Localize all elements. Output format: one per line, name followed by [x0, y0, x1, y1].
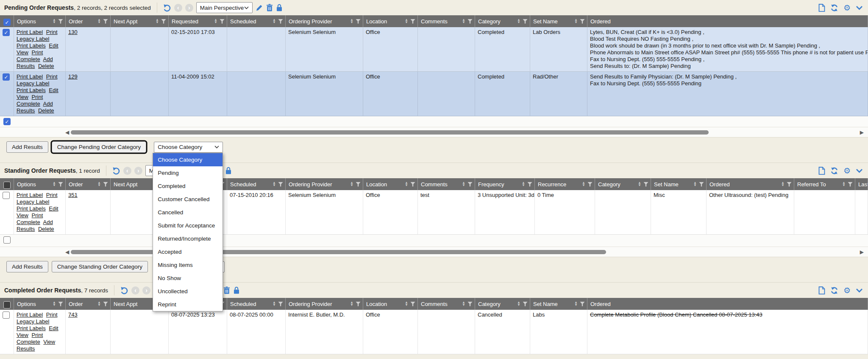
order-number-link[interactable]: 129 [68, 73, 78, 80]
filter-funnel-icon[interactable] [848, 182, 853, 187]
dropdown-option-choose-category[interactable]: Choose Category [153, 153, 223, 166]
sort-icons[interactable]: ▲▼ [53, 182, 56, 187]
select-all-checkbox[interactable] [3, 182, 11, 189]
sort-icons[interactable]: ▲▼ [574, 301, 578, 306]
back-icon[interactable]: ‹ [131, 286, 139, 294]
dropdown-option-accepted[interactable]: Accepted [153, 245, 223, 258]
sort-icons[interactable]: ▲▼ [842, 182, 846, 187]
refresh-sync-icon[interactable] [830, 286, 838, 294]
new-document-icon[interactable] [818, 4, 825, 12]
filter-funnel-icon[interactable] [410, 182, 415, 187]
option-link-print-label[interactable]: Print Label [17, 311, 43, 318]
sort-icons[interactable]: ▲▼ [405, 301, 408, 306]
option-link-delete[interactable]: Delete [38, 107, 54, 114]
filter-funnel-icon[interactable] [103, 182, 108, 187]
category-select[interactable]: Choose Category [154, 142, 223, 153]
filter-funnel-icon[interactable] [699, 182, 704, 187]
dropdown-option-missing-items[interactable]: Missing Items [153, 258, 223, 272]
option-link-complete[interactable]: Complete [17, 56, 40, 62]
filter-funnel-icon[interactable] [220, 19, 225, 24]
collapse-chevron-icon[interactable] [856, 288, 863, 293]
filter-funnel-icon[interactable] [58, 19, 63, 24]
row-checkbox[interactable] [3, 311, 10, 319]
option-link-edit[interactable]: Edit [49, 42, 58, 49]
sort-icons[interactable]: ▲▼ [350, 19, 353, 24]
dropdown-option-submit-for-acceptance[interactable]: Submit for Acceptance [153, 219, 223, 232]
scroll-right-arrow[interactable]: ▶ [858, 250, 865, 255]
forward-icon[interactable]: › [134, 167, 142, 175]
option-link-print-labels[interactable]: Print Labels [17, 42, 46, 49]
filter-funnel-icon[interactable] [103, 302, 108, 306]
scrollbar-track[interactable] [71, 130, 858, 135]
option-link-print[interactable]: Print [32, 212, 43, 219]
filter-funnel-icon[interactable] [580, 302, 585, 306]
scroll-right-arrow[interactable]: ▶ [858, 130, 865, 135]
dropdown-option-returned-incomplete[interactable]: Returned/Incomplete [153, 232, 223, 245]
sort-icons[interactable]: ▲▼ [350, 301, 353, 306]
filter-funnel-icon[interactable] [467, 302, 473, 306]
dropdown-option-pending[interactable]: Pending [153, 166, 223, 180]
select-all-checkbox[interactable] [3, 301, 11, 309]
new-row-checkbox[interactable]: ✓ [3, 118, 11, 125]
option-link-complete[interactable]: Complete [17, 101, 40, 107]
row-checkbox[interactable]: ✓ [3, 73, 10, 81]
dropdown-option-customer-cancelled[interactable]: Customer Cancelled [153, 193, 223, 206]
select-all-checkbox[interactable]: ✓ [3, 19, 11, 26]
trash-icon[interactable] [223, 286, 230, 294]
dropdown-option-completed[interactable]: Completed [153, 180, 223, 193]
dropdown-option-cancelled[interactable]: Cancelled [153, 206, 223, 219]
order-number-link[interactable]: 351 [68, 192, 78, 198]
sort-icons[interactable]: ▲▼ [214, 19, 217, 24]
row-checkbox[interactable]: ✓ [3, 29, 10, 36]
sort-icons[interactable]: ▲▼ [273, 19, 276, 24]
refresh-sync-icon[interactable] [830, 167, 838, 175]
new-document-icon[interactable] [818, 167, 825, 175]
filter-funnel-icon[interactable] [58, 302, 63, 306]
sort-icons[interactable]: ▲▼ [53, 19, 56, 24]
lock-icon[interactable] [225, 167, 232, 174]
row-checkbox[interactable] [3, 192, 10, 199]
option-link-print-label[interactable]: Print Label [17, 73, 43, 80]
sort-icons[interactable]: ▲▼ [53, 301, 56, 306]
forward-icon[interactable]: › [142, 286, 150, 294]
filter-funnel-icon[interactable] [278, 182, 283, 187]
dropdown-option-uncollected[interactable]: Uncollected [153, 285, 223, 298]
sort-icons[interactable]: ▲▼ [462, 182, 465, 187]
option-link-print-labels[interactable]: Print Labels [17, 205, 46, 212]
filter-funnel-icon[interactable] [467, 182, 473, 187]
filter-funnel-icon[interactable] [787, 182, 792, 187]
change-standing-category-button[interactable]: Change Standing Order Category [52, 261, 148, 272]
sort-icons[interactable]: ▲▼ [582, 182, 585, 187]
collapse-chevron-icon[interactable] [856, 168, 863, 173]
sort-icons[interactable]: ▲▼ [273, 301, 276, 306]
filter-funnel-icon[interactable] [467, 19, 473, 24]
add-results-button[interactable]: Add Results [6, 141, 48, 153]
sort-icons[interactable]: ▲▼ [156, 19, 159, 24]
option-link-print[interactable]: Print [32, 94, 43, 100]
scrollbar-thumb[interactable] [71, 130, 709, 135]
new-row-checkbox[interactable] [3, 236, 11, 244]
order-number-link[interactable]: 130 [68, 29, 78, 35]
filter-funnel-icon[interactable] [643, 182, 648, 187]
filter-funnel-icon[interactable] [356, 19, 361, 24]
scrollbar-thumb[interactable] [71, 250, 606, 254]
sort-icons[interactable]: ▲▼ [517, 301, 520, 306]
option-link-edit[interactable]: Edit [49, 325, 58, 331]
option-link-print-label[interactable]: Print Label [17, 29, 43, 35]
trash-icon[interactable] [266, 4, 273, 11]
refresh-undo-icon[interactable] [112, 167, 120, 175]
option-link-print-labels[interactable]: Print Labels [17, 87, 46, 93]
back-icon[interactable]: ‹ [123, 167, 131, 175]
filter-funnel-icon[interactable] [356, 302, 361, 306]
sort-icons[interactable]: ▲▼ [97, 182, 101, 187]
filter-funnel-icon[interactable] [278, 302, 283, 306]
filter-funnel-icon[interactable] [103, 19, 108, 24]
filter-funnel-icon[interactable] [523, 19, 528, 24]
sort-icons[interactable]: ▲▼ [693, 182, 697, 187]
perspective-select[interactable]: Main Perspective [196, 2, 253, 13]
sort-icons[interactable]: ▲▼ [781, 182, 785, 187]
option-link-print[interactable]: Print [32, 49, 43, 56]
option-link-delete[interactable]: Delete [38, 63, 54, 69]
dropdown-option-no-show[interactable]: No Show [153, 272, 223, 285]
filter-funnel-icon[interactable] [161, 19, 166, 24]
